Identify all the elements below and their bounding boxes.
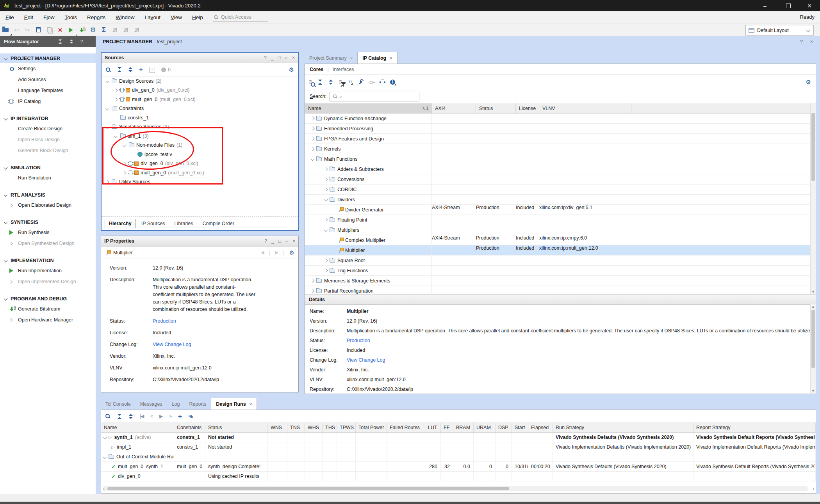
flow-item-create-block-design[interactable]: Create Block Design [0, 123, 96, 134]
chevron-down-icon[interactable] [324, 228, 328, 232]
menu-view[interactable]: View [171, 14, 182, 20]
chevron-down-icon[interactable] [103, 455, 107, 459]
chevron-right-icon[interactable] [311, 137, 315, 141]
flow-item-run-synthesis[interactable]: Run Synthesis [0, 227, 96, 238]
previous-run-icon[interactable]: « [150, 413, 153, 419]
tab-ip-catalog[interactable]: IP Catalog× [357, 52, 397, 64]
tab-project-summary[interactable]: Project Summary× [305, 52, 357, 64]
menu-help[interactable]: Help [192, 14, 203, 20]
flow-item-run-simulation[interactable]: Run Simulation [0, 172, 96, 183]
tab-messages[interactable]: Messages [135, 398, 167, 410]
chevron-down-icon[interactable] [4, 297, 8, 301]
flow-item-settings[interactable]: Settings [0, 63, 96, 74]
column-header-name[interactable]: Name∧ 1 [305, 103, 432, 113]
minimize-panel-icon[interactable]: – [89, 39, 92, 44]
scroll-right-icon[interactable]: › [813, 486, 814, 492]
field-value[interactable]: View Change Log [153, 341, 257, 348]
minimize-panel-icon[interactable]: _ [271, 238, 274, 244]
flow-item-open-implemented-design[interactable]: Open Implemented Design [0, 276, 96, 287]
details-vertical-scrollbar[interactable]: ▲ ▼ [810, 304, 816, 393]
flow-item-add-sources[interactable]: Add Sources [0, 74, 96, 85]
delete-icon[interactable] [55, 25, 66, 35]
subtab-cores[interactable]: Cores [310, 67, 323, 72]
catalog-row-memories-storage-elements[interactable]: Memories & Storage Elements [305, 276, 816, 286]
menu-tools[interactable]: Tools [65, 14, 77, 20]
flow-item-run-implementation[interactable]: Run Implementation [0, 265, 96, 276]
chevron-right-icon[interactable] [311, 279, 315, 283]
tab-hierarchy[interactable]: Hierarchy [105, 219, 136, 228]
undo-icon[interactable] [11, 25, 22, 35]
chevron-down-icon[interactable] [4, 193, 8, 197]
flow-item-open-synthesized-design[interactable]: Open Synthesized Design [0, 238, 96, 249]
catalog-row-square-root[interactable]: Square Root [305, 256, 816, 266]
chevron-right-icon[interactable] [311, 147, 315, 151]
close-tab-icon[interactable]: × [350, 56, 353, 60]
chevron-right-icon[interactable] [324, 259, 328, 263]
flow-item-open-elaborated-design[interactable]: Open Elaborated Design [0, 200, 96, 211]
add-repository-chip-icon[interactable] [381, 80, 384, 84]
hierarchy-view-icon[interactable] [348, 80, 352, 84]
column-header-elapsed[interactable]: Elapsed [528, 423, 553, 432]
tab-reports[interactable]: Reports [184, 398, 211, 410]
menu-layout[interactable]: Layout [144, 14, 160, 20]
field-value[interactable]: Production [347, 337, 370, 344]
column-header-status[interactable]: Status [205, 423, 268, 432]
play-run-icon[interactable]: ▶ [159, 413, 162, 419]
column-header-dsp[interactable]: DSP [496, 423, 512, 432]
help-icon[interactable]: ? [80, 39, 83, 44]
expand-all-icon[interactable] [128, 67, 133, 72]
next-run-icon[interactable]: » [169, 413, 171, 419]
chevron-right-icon[interactable] [9, 280, 13, 284]
float-panel-icon[interactable]: ⌐ [285, 238, 288, 244]
generate-bitstream-icon[interactable]: 0110 [77, 25, 87, 35]
close-panel-icon[interactable]: × [292, 55, 295, 60]
maximize-panel-icon[interactable]: □ [278, 238, 281, 244]
column-header-uram[interactable]: URAM [474, 423, 496, 432]
flow-item-language-templates[interactable]: Language Templates [0, 85, 96, 96]
chevron-right-icon[interactable] [324, 177, 328, 181]
subtab-interfaces[interactable]: Interfaces [333, 67, 354, 72]
catalog-row-embedded-processing[interactable]: Embedded Processing [305, 124, 816, 134]
field-value[interactable]: Production [153, 318, 257, 325]
flow-section-header-ip-integrator[interactable]: IP INTEGRATOR [0, 114, 96, 123]
column-header-whs[interactable]: WHS [305, 423, 323, 432]
column-header-bram[interactable]: BRAM [453, 423, 474, 432]
report-sigma-icon[interactable] [98, 25, 109, 35]
chevron-right-icon[interactable] [324, 218, 328, 222]
chevron-right-icon[interactable] [9, 203, 13, 207]
first-run-icon[interactable]: |◀ [140, 413, 144, 419]
column-header-status[interactable]: Status [476, 103, 516, 113]
chevron-down-icon[interactable] [105, 106, 109, 110]
tab-log[interactable]: Log [167, 398, 185, 410]
expand-all-icon[interactable] [328, 80, 333, 85]
source-tree-item-constraints[interactable]: Constraints [102, 104, 298, 114]
column-header-tns[interactable]: TNS [287, 423, 305, 432]
catalog-row-adders-subtracters[interactable]: Adders & Subtracters [305, 164, 816, 174]
menu-reports[interactable]: Reports [87, 14, 105, 20]
column-header-total-power[interactable]: Total Power [356, 423, 387, 432]
search-input[interactable] [330, 92, 419, 101]
run-icon[interactable] [66, 25, 77, 35]
catalog-row-dynamic-function-exchange[interactable]: Dynamic Function eXchange [305, 114, 816, 124]
chevron-down-icon[interactable] [4, 166, 8, 170]
quick-access-input[interactable]: Quick Access [213, 13, 268, 22]
catalog-row-math-functions[interactable]: Math Functions [305, 154, 816, 164]
collapse-all-icon[interactable] [318, 80, 323, 85]
chevron-right-icon[interactable] [324, 167, 328, 171]
search-icon[interactable] [105, 67, 111, 73]
close-tab-icon[interactable]: × [390, 56, 392, 60]
catalog-row-floating-point[interactable]: Floating Point [305, 215, 816, 225]
chevron-right-icon[interactable] [311, 289, 315, 293]
collapse-all-icon[interactable] [117, 414, 122, 419]
filter-off-icon[interactable] [339, 80, 342, 83]
source-tree-item-mult-gen-0[interactable]: mult_gen_0 (mult_gen_0.xci) [102, 95, 298, 104]
menu-file[interactable]: File [5, 14, 14, 20]
flow-item-ip-catalog[interactable]: IP Catalog [0, 96, 96, 107]
column-header-ff[interactable]: FF [441, 423, 453, 432]
column-header-failed-routes[interactable]: Failed Routes [387, 423, 425, 432]
chevron-down-icon[interactable] [4, 259, 8, 263]
flow-item-open-hardware-manager[interactable]: Open Hardware Manager [0, 314, 96, 325]
source-tree-item-design-sources[interactable]: Design Sources (2) [102, 76, 298, 86]
chevron-down-icon[interactable] [4, 220, 8, 224]
flow-section-header-synthesis[interactable]: SYNTHESIS [0, 217, 96, 227]
